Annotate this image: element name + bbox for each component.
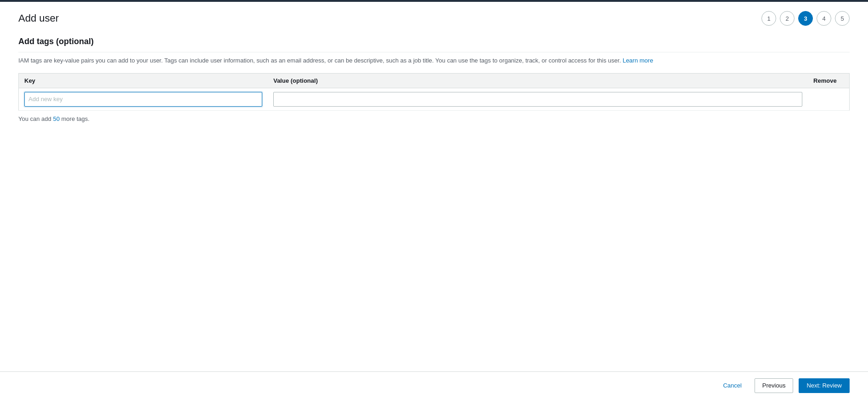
section-description: IAM tags are key-value pairs you can add… <box>18 56 850 66</box>
section-title: Add tags (optional) <box>18 37 850 52</box>
page-wrapper: Add user 1 2 3 4 5 Add tags (option <box>0 0 868 399</box>
tags-table-body <box>19 88 850 110</box>
step-1[interactable]: 1 <box>761 11 776 26</box>
step-3[interactable]: 3 <box>798 11 813 26</box>
remove-column-header: Remove <box>808 73 849 88</box>
next-review-button[interactable]: Next: Review <box>799 378 850 393</box>
key-column-header: Key <box>19 73 268 88</box>
page-title: Add user <box>18 12 59 24</box>
tags-table-header: Key Value (optional) Remove <box>19 73 850 88</box>
step-5[interactable]: 5 <box>835 11 850 26</box>
table-row <box>19 88 850 110</box>
tags-info: You can add 50 more tags. <box>18 115 850 122</box>
key-cell <box>19 88 268 110</box>
tags-table: Key Value (optional) Remove <box>18 73 850 111</box>
previous-button[interactable]: Previous <box>755 378 794 393</box>
table-header-row: Key Value (optional) Remove <box>19 73 850 88</box>
step-4[interactable]: 4 <box>817 11 831 26</box>
footer: Cancel Previous Next: Review <box>0 371 868 399</box>
page-header: Add user 1 2 3 4 5 <box>18 11 850 26</box>
cancel-button[interactable]: Cancel <box>716 378 749 393</box>
value-column-header: Value (optional) <box>268 73 808 88</box>
value-cell <box>268 88 808 110</box>
main-content: Add user 1 2 3 4 5 Add tags (option <box>0 2 868 371</box>
key-input[interactable] <box>24 92 262 107</box>
learn-more-link[interactable]: Learn more <box>623 57 653 64</box>
step-2[interactable]: 2 <box>780 11 795 26</box>
stepper: 1 2 3 4 5 <box>761 11 850 26</box>
tags-count: 50 <box>53 115 59 122</box>
value-input[interactable] <box>273 92 802 107</box>
remove-cell <box>808 88 849 110</box>
